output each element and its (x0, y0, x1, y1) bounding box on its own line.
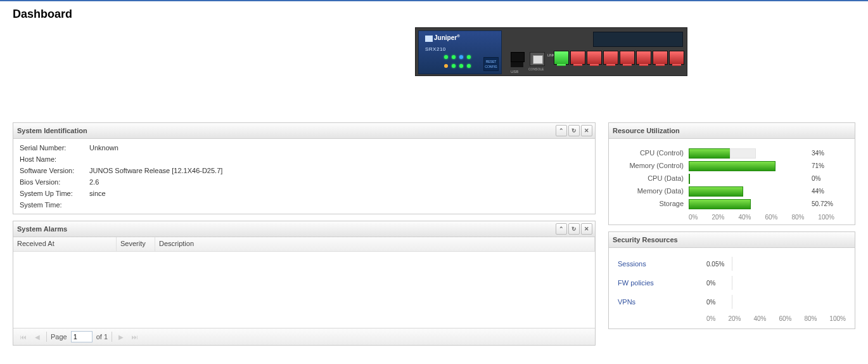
ethernet-port[interactable] (587, 51, 602, 65)
info-row: System Time: (20, 201, 589, 209)
pager-of-label: of 1 (96, 333, 108, 341)
info-label: Serial Number: (20, 144, 89, 152)
security-value: 0% (706, 299, 732, 306)
last-page-icon: ⏭ (132, 334, 138, 341)
info-row: Bios Version:2.6 (20, 178, 589, 186)
security-bar-track (732, 257, 846, 271)
axis-tick: 80% (791, 214, 804, 221)
chart-axis: 0%20%40%60%80%100% (689, 214, 834, 221)
led-icon (467, 64, 471, 68)
resource-bar-track (689, 199, 809, 208)
usb-label: USB (511, 70, 518, 74)
axis-tick: 80% (804, 315, 817, 322)
chevron-up-icon: ⌃ (559, 226, 564, 232)
prev-page-icon: ◀ (35, 334, 40, 341)
resource-bar (689, 186, 743, 197)
device-brand: Juniper® (425, 34, 460, 42)
panel-title: System Alarms (17, 225, 67, 233)
console-port-icon (530, 52, 545, 66)
info-row: System Up Time:since (20, 190, 589, 197)
pager-last-button[interactable]: ⏭ (130, 332, 140, 342)
resource-row: Memory (Data)44% (614, 185, 846, 197)
resource-bar (689, 174, 690, 184)
axis-tick: 0% (706, 315, 715, 322)
close-button[interactable]: ✕ (581, 125, 592, 136)
resource-label: CPU (Control) (614, 149, 689, 157)
close-icon: ✕ (584, 226, 589, 232)
chevron-up-icon: ⌃ (559, 127, 564, 134)
security-row: Sessions0.05% (618, 254, 846, 273)
info-row: Host Name: (20, 155, 589, 163)
resource-label: CPU (Data) (614, 174, 689, 182)
security-link[interactable]: FW policies (618, 279, 706, 287)
security-row: FW policies0% (618, 273, 846, 292)
pager-first-button[interactable]: ⏮ (18, 332, 29, 342)
resource-bar-track (689, 148, 809, 157)
info-label: Bios Version: (20, 178, 89, 186)
axis-tick: 100% (829, 315, 846, 322)
pager-page-label: Page (51, 333, 67, 341)
resource-row: Storage50.72% (614, 197, 846, 210)
resource-bar (689, 148, 731, 159)
ethernet-port[interactable] (620, 51, 635, 65)
ethernet-port[interactable] (603, 51, 618, 65)
resource-row: CPU (Data)0% (614, 172, 846, 185)
info-label: System Up Time: (20, 190, 89, 197)
info-value: since (89, 190, 106, 197)
close-button[interactable]: ✕ (581, 223, 592, 235)
resource-label: Memory (Control) (614, 162, 689, 169)
security-link[interactable]: VPNs (618, 298, 706, 306)
resource-bar-track (689, 161, 809, 170)
resource-row: Memory (Control)71% (614, 159, 846, 172)
resource-value: 34% (812, 150, 824, 157)
ethernet-ports (554, 51, 684, 65)
usb-port-icon (511, 62, 523, 67)
resource-bar-ghost (730, 148, 756, 159)
info-value: Unknown (89, 144, 118, 152)
pager-page-input[interactable] (71, 331, 93, 342)
ethernet-port[interactable] (554, 51, 569, 65)
device-image-row: Juniper® SRX210 RESET CONFIG USB (0, 27, 868, 110)
info-label: Host Name: (20, 155, 89, 163)
axis-tick: 40% (738, 214, 751, 221)
led-power-icon (459, 55, 463, 59)
collapse-button[interactable]: ⌃ (556, 223, 567, 235)
axis-tick: 20% (712, 214, 724, 221)
refresh-button[interactable]: ↻ (568, 125, 580, 136)
refresh-button[interactable]: ↻ (568, 223, 580, 235)
resource-bar-track (689, 186, 809, 195)
reset-config-button[interactable]: RESET CONFIG (483, 57, 499, 71)
system-identification-panel: System Identification ⌃ ↻ ✕ Serial Numbe… (13, 122, 596, 214)
collapse-button[interactable]: ⌃ (556, 125, 567, 136)
page-title: Dashboard (13, 8, 868, 21)
resource-bar (689, 161, 775, 171)
chart-axis: 0%20%40%60%80%100% (706, 315, 846, 322)
column-severity[interactable]: Severity (117, 237, 155, 251)
ethernet-port[interactable] (636, 51, 651, 65)
security-value: 0% (706, 280, 732, 287)
pager-next-button[interactable]: ▶ (116, 332, 126, 342)
ethernet-port[interactable] (653, 51, 668, 65)
axis-tick: 100% (818, 214, 834, 221)
resource-value: 50.72% (812, 200, 833, 207)
security-value: 0.05% (706, 261, 732, 268)
device-model: SRX210 (425, 46, 446, 52)
ethernet-port[interactable] (669, 51, 684, 65)
resource-utilization-panel: Resource Utilization CPU (Control)34%Mem… (608, 122, 855, 225)
column-description[interactable]: Description (155, 237, 595, 251)
separator (112, 332, 112, 342)
axis-tick: 0% (689, 214, 698, 221)
ethernet-port[interactable] (570, 51, 585, 65)
info-label: Software Version: (20, 167, 89, 174)
column-received-at[interactable]: Received At (13, 237, 117, 251)
axis-tick: 20% (728, 315, 741, 322)
axis-tick: 40% (753, 315, 766, 322)
led-status-icon (452, 55, 456, 59)
pager-prev-button[interactable]: ◀ (32, 332, 42, 342)
resource-label: Memory (Data) (614, 187, 689, 195)
security-link[interactable]: Sessions (618, 260, 706, 268)
resource-value: 71% (812, 162, 824, 169)
axis-tick: 60% (779, 315, 791, 322)
next-page-icon: ▶ (118, 334, 124, 341)
panel-title: System Identification (17, 127, 87, 134)
